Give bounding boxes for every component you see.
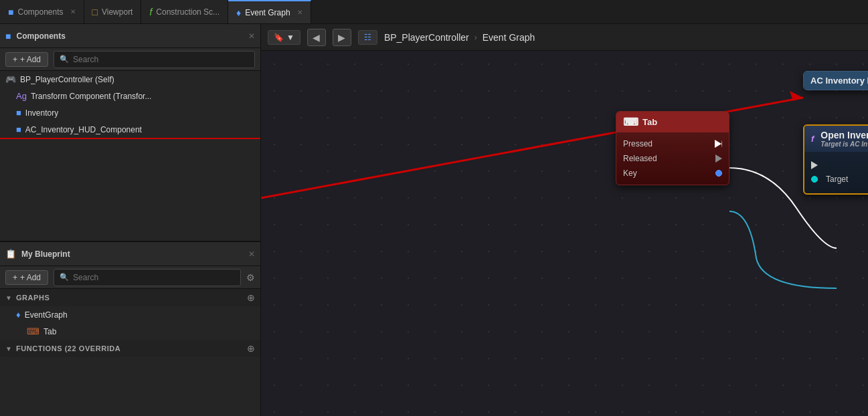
- inventory-label: Inventory: [25, 108, 58, 118]
- bp-self-icon: 🎮: [5, 74, 16, 84]
- tree-item-transform[interactable]: Ag Transform Component (Transfor...: [0, 88, 260, 104]
- grid-button[interactable]: ☷: [358, 30, 377, 45]
- my-blueprint-toolbar: + + Add 🔍 ⚙: [0, 266, 260, 289]
- tab-event-graph-close[interactable]: ✕: [297, 9, 302, 16]
- my-blueprint-panel: 📋 My Blueprint ✕ + + Add 🔍 ⚙ ▼ GRAPHS: [0, 242, 260, 416]
- components-panel-close[interactable]: ✕: [248, 31, 255, 41]
- hud-node-header: AC Inventory HUD Component: [804, 72, 868, 90]
- graphs-section-label: GRAPHS: [16, 294, 243, 302]
- my-blueprint-icon: 📋: [5, 249, 16, 259]
- tab-released-label: Released: [623, 154, 657, 163]
- graph-canvas[interactable]: ⌨ Tab Pressed Released Key: [261, 51, 868, 416]
- main-layout: ■ Components ✕ + + Add 🔍 🎮 BP_PlayerCont…: [0, 24, 868, 416]
- tab-event-graph[interactable]: ♦ Event Graph ✕: [228, 0, 311, 23]
- bookmark-button[interactable]: 🔖 ▼: [268, 30, 300, 45]
- components-toolbar: + + Add 🔍: [0, 48, 260, 71]
- my-blueprint-add-label: + Add: [20, 273, 41, 282]
- transform-label: Transform Component (Transfor...: [31, 92, 152, 101]
- tree-item-bp-self[interactable]: 🎮 BP_PlayerController (Self): [0, 71, 260, 88]
- hud-component-label: AC_Inventory_HUD_Component: [25, 125, 142, 134]
- tree-item-inventory[interactable]: ■ Inventory: [0, 104, 260, 121]
- graphs-section-header[interactable]: ▼ GRAPHS ⊕: [0, 289, 260, 306]
- my-blueprint-search-box[interactable]: 🔍: [54, 269, 241, 286]
- tab-pressed-row: Pressed: [616, 136, 729, 151]
- event-graph-tree-icon: ♦: [16, 310, 21, 320]
- hud-component-node[interactable]: AC Inventory HUD Component: [803, 71, 868, 90]
- nav-forward-button[interactable]: ▶: [333, 29, 351, 46]
- tree-item-event-graph[interactable]: ♦ EventGraph: [0, 306, 260, 323]
- tab-construction-label: Construction Sc...: [156, 7, 220, 17]
- tab-viewport[interactable]: □ Viewport: [84, 0, 142, 23]
- components-search-box[interactable]: 🔍: [54, 51, 255, 68]
- back-icon: ◀: [313, 32, 320, 43]
- my-blueprint-title: My Blueprint: [21, 249, 243, 259]
- grid-icon: ☷: [364, 33, 371, 42]
- viewport-icon: □: [92, 7, 98, 17]
- tab-construction[interactable]: f Construction Sc...: [141, 0, 228, 23]
- tab-tree-label: Tab: [44, 327, 56, 336]
- tab-components[interactable]: ■ Components ✕: [0, 0, 84, 23]
- bookmark-icon: 🔖: [274, 33, 284, 42]
- components-panel: ■ Components ✕ + + Add 🔍 🎮 BP_PlayerCont…: [0, 24, 260, 242]
- tab-released-row: Released: [616, 151, 729, 166]
- open-inv-subtitle: Target is AC Inventory HUD Component: [820, 140, 868, 148]
- functions-add-icon[interactable]: ⊕: [247, 343, 255, 354]
- open-inv-body: Target Visble: [804, 152, 868, 193]
- my-blueprint-gear-icon[interactable]: ⚙: [246, 272, 255, 283]
- functions-section-header[interactable]: ▼ FUNCTIONS (22 OVERRIDA ⊕: [0, 340, 260, 357]
- connections-svg: [261, 51, 868, 416]
- breadcrumb-bp[interactable]: BP_PlayerController: [384, 32, 469, 43]
- tab-event-graph-label: Event Graph: [245, 8, 290, 17]
- right-panel: 🔖 ▼ ◀ ▶ ☷ BP_PlayerController › Event Gr…: [261, 24, 868, 416]
- tab-released-pin[interactable]: [715, 154, 722, 163]
- tab-components-close[interactable]: ✕: [70, 8, 76, 15]
- functions-section-label: FUNCTIONS (22 OVERRIDA: [16, 344, 243, 352]
- open-inv-header: f Open Inventory Target is AC Inventory …: [804, 126, 868, 152]
- nav-back-button[interactable]: ◀: [307, 29, 326, 46]
- hud-node-title: AC Inventory HUD Component: [810, 76, 868, 86]
- tree-item-tab[interactable]: ⌨ Tab: [0, 323, 260, 340]
- components-icon: ■: [8, 7, 13, 17]
- tab-viewport-label: Viewport: [102, 7, 133, 17]
- my-blueprint-header: 📋 My Blueprint ✕: [0, 242, 260, 266]
- graphs-add-icon[interactable]: ⊕: [247, 292, 255, 303]
- transform-icon: Ag: [16, 91, 27, 101]
- components-panel-icon: ■: [5, 31, 11, 41]
- left-panel: ■ Components ✕ + + Add 🔍 🎮 BP_PlayerCont…: [0, 24, 261, 416]
- breadcrumb: BP_PlayerController › Event Graph: [384, 32, 535, 43]
- components-panel-title: Components: [16, 31, 243, 41]
- components-add-button[interactable]: + + Add: [5, 52, 48, 67]
- my-blueprint-add-icon: +: [13, 273, 17, 282]
- open-inv-exec-in-pin[interactable]: [811, 161, 818, 169]
- my-blueprint-add-button[interactable]: + + Add: [5, 270, 48, 285]
- open-inventory-node[interactable]: f Open Inventory Target is AC Inventory …: [803, 124, 868, 195]
- construction-icon: f: [149, 7, 152, 17]
- svg-marker-1: [790, 91, 803, 101]
- components-add-icon: +: [13, 55, 17, 64]
- dropdown-arrow: ▼: [286, 33, 294, 42]
- tab-node[interactable]: ⌨ Tab Pressed Released Key: [616, 111, 729, 185]
- open-inv-func-icon: f: [811, 134, 814, 144]
- tab-key-pin[interactable]: [715, 170, 722, 177]
- event-graph-icon: ♦: [236, 7, 241, 18]
- components-search-input[interactable]: [73, 55, 249, 64]
- open-inv-exec-in-row: [804, 159, 855, 172]
- open-inv-target-pin[interactable]: [811, 176, 818, 183]
- bp-self-label: BP_PlayerController (Self): [20, 75, 114, 84]
- tab-tree-icon: ⌨: [27, 326, 39, 336]
- graphs-arrow-icon: ▼: [5, 294, 12, 302]
- tab-key-row: Key: [616, 166, 729, 181]
- tree-item-hud-component[interactable]: ■ AC_Inventory_HUD_Component: [0, 121, 260, 139]
- my-blueprint-close[interactable]: ✕: [248, 249, 255, 259]
- forward-icon: ▶: [338, 32, 345, 43]
- tab-pressed-pin[interactable]: [715, 140, 722, 148]
- tab-components-label: Components: [17, 7, 63, 17]
- functions-arrow-icon: ▼: [5, 345, 12, 352]
- tab-key-label: Key: [623, 169, 637, 178]
- open-inv-title: Open Inventory: [820, 130, 868, 140]
- my-blueprint-search-input[interactable]: [73, 273, 235, 282]
- tab-node-header: ⌨ Tab: [616, 112, 729, 132]
- inventory-icon: ■: [16, 108, 21, 118]
- breadcrumb-separator: ›: [474, 33, 477, 42]
- breadcrumb-current[interactable]: Event Graph: [483, 32, 535, 43]
